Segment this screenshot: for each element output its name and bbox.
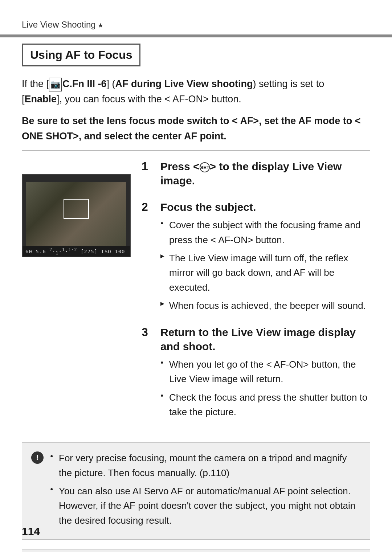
image-column: 60 5.6 2·1·1·1·2 [275] ISO 100 [22, 174, 131, 432]
page-number: 114 [22, 525, 40, 537]
camera-image: 60 5.6 2·1·1·1·2 [275] ISO 100 [22, 174, 131, 257]
note-bullet-1: For very precise focusing, mount the cam… [50, 451, 361, 480]
steps-column: 1 Press <SET> to the display Live View i… [142, 159, 370, 432]
hud-text: 60 5.6 2·1·1·1·2 [275] ISO 100 [25, 247, 125, 255]
step-2-content: Focus the subject. Cover the subject wit… [160, 200, 370, 316]
step-3-content: Return to the Live View image display an… [160, 325, 370, 423]
breadcrumb-text: Live View Shooting [22, 20, 96, 29]
steps-area: 60 5.6 2·1·1·1·2 [275] ISO 100 1 Press <… [22, 159, 370, 432]
step-3: 3 Return to the Live View image display … [142, 325, 370, 423]
step-1-content: Press <SET> to the display Live View ima… [160, 159, 370, 191]
section-title-box: Using AF to Focus [22, 44, 140, 66]
info-section: 📋 You cannot take a picture during autof… [22, 549, 370, 552]
step-1: 1 Press <SET> to the display Live View i… [142, 159, 370, 191]
focus-frame [64, 199, 89, 219]
step-3-bullet-2: Check the focus and press the shutter bu… [160, 390, 370, 420]
step-2-bullet-1: Cover the subject with the focusing fram… [160, 218, 370, 247]
note-icon-col: ! [31, 451, 44, 464]
note-section-inner: ! For very precise focusing, mount the c… [31, 451, 361, 531]
caution-icon: ! [31, 451, 44, 464]
note-bullet-2: You can also use AI Servo AF or automati… [50, 484, 361, 528]
header-divider [0, 34, 392, 37]
step-2-bullets: Cover the subject with the focusing fram… [160, 218, 370, 313]
step-1-number: 1 [142, 159, 155, 173]
step-2: 2 Focus the subject. Cover the subject w… [142, 200, 370, 316]
camera-hud: 60 5.6 2·1·1·1·2 [275] ISO 100 [23, 246, 130, 257]
step-3-bullets: When you let go of the < AF-ON> button, … [160, 357, 370, 419]
breadcrumb: Live View Shooting ★ [22, 20, 103, 30]
note-bullets: For very precise focusing, mount the cam… [50, 451, 361, 531]
step-3-number: 3 [142, 325, 155, 339]
bold-note: Be sure to set the lens focus mode switc… [22, 114, 370, 144]
step-3-title: Return to the Live View image display an… [160, 325, 370, 353]
camera-screen [23, 175, 130, 247]
step-2-number: 2 [142, 200, 155, 214]
note-section: ! For very precise focusing, mount the c… [22, 442, 370, 539]
step-2-title: Focus the subject. [160, 200, 370, 214]
section-title: Using AF to Focus [30, 48, 132, 61]
step-2-bullet-3: When focus is achieved, the beeper will … [160, 298, 370, 313]
step-3-bullet-1: When you let go of the < AF-ON> button, … [160, 357, 370, 387]
intro-paragraph: If the [📷C.Fn III -6] (AF during Live Vi… [22, 77, 370, 107]
main-content: Using AF to Focus If the [📷C.Fn III -6] … [22, 44, 370, 552]
set-icon: SET [200, 162, 210, 172]
section-divider [22, 150, 370, 151]
step-1-title: Press <SET> to the display Live View ima… [160, 159, 370, 188]
star-icon: ★ [96, 22, 103, 29]
camera-icon: 📷 [49, 78, 62, 91]
step-2-bullet-2: The Live View image will turn off, the r… [160, 251, 370, 295]
